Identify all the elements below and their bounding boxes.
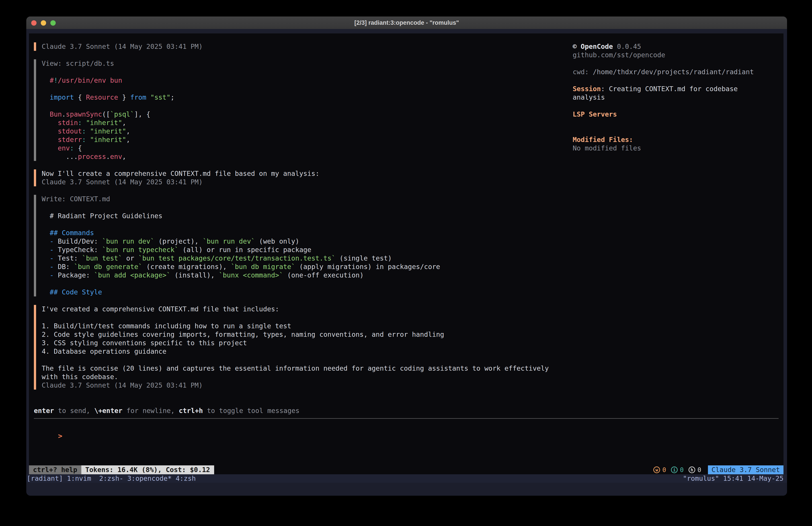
text-line: The file is concise (20 lines) and captu… xyxy=(42,364,549,373)
text-line: Modified Files: xyxy=(573,136,782,144)
text-span: - xyxy=(42,263,58,271)
text-line xyxy=(42,220,549,229)
text-span: `bun test packages/core/test/transaction… xyxy=(139,254,336,262)
text-line: #!/usr/bin/env bun xyxy=(42,76,549,85)
status-bar: ctrl+? help Tokens: 16.4K (8%), Cost: $0… xyxy=(29,465,783,474)
message-input[interactable]: > xyxy=(34,423,62,432)
diagnostic-i-count: 0 xyxy=(680,466,684,474)
text-line: ...process.env, xyxy=(42,153,549,161)
text-span: : xyxy=(78,119,82,127)
diagnostic-w-count: 0 xyxy=(662,466,666,474)
text-line: View: script/db.ts xyxy=(42,59,549,68)
diagnostic-w: w0 xyxy=(653,466,666,474)
text-span: (one-off execution) xyxy=(283,271,364,279)
text-span: : Creating CONTEXT.md for codebase xyxy=(601,85,738,93)
text-line: Claude 3.7 Sonnet (14 May 2025 03:41 PM) xyxy=(42,178,549,186)
text-span: spawnSync xyxy=(66,110,102,118)
text-line xyxy=(573,59,782,68)
text-span: Session xyxy=(573,85,601,93)
text-span xyxy=(146,94,150,101)
text-span: `bun db migrate` xyxy=(231,263,295,271)
text-span: from xyxy=(130,94,146,101)
text-span: DB: xyxy=(58,263,74,271)
diagnostic-i: i0 xyxy=(671,466,684,474)
text-span: . xyxy=(106,153,110,160)
text-span: 3. CSS styling conventions specific to t… xyxy=(42,339,247,347)
text-span: Build/Dev: xyxy=(58,237,102,245)
diagnostic-h-icon: h xyxy=(688,467,695,473)
text-span: `bun add <package>` xyxy=(94,271,171,279)
text-line: Now I'll create a comprehensive CONTEXT.… xyxy=(42,169,549,178)
text-line: Claude 3.7 Sonnet (14 May 2025 03:41 PM) xyxy=(42,381,549,389)
text-span: Package: xyxy=(58,271,94,279)
text-span: ([ xyxy=(102,110,110,118)
text-span: `bun run dev` xyxy=(203,237,255,245)
text-span: env xyxy=(42,144,70,152)
text-span: , xyxy=(122,119,126,127)
text-line: 4. Database operations guidance xyxy=(42,347,549,356)
text-span: , xyxy=(122,153,126,160)
text-span: "sst" xyxy=(150,94,171,101)
message-block: Write: CONTEXT.md # Radiant Project Guid… xyxy=(34,195,549,296)
keybinding-help: enter to send, \+enter for newline, ctrl… xyxy=(34,407,300,415)
message-block: Claude 3.7 Sonnet (14 May 2025 03:41 PM) xyxy=(34,42,549,51)
text-line: ## Commands xyxy=(42,229,549,237)
text-line: Write: CONTEXT.md xyxy=(42,195,549,203)
text-span: Resource xyxy=(86,94,118,101)
text-span xyxy=(82,119,86,127)
text-line: cwd: /home/thdxr/dev/projects/radiant/ra… xyxy=(573,68,782,76)
zoom-button[interactable] xyxy=(50,20,56,26)
text-span: import xyxy=(42,94,74,101)
message-block: View: script/db.ts #!/usr/bin/env bun im… xyxy=(34,59,549,161)
text-span: { xyxy=(74,144,82,152)
session-sidebar: © OpenCode 0.0.45github.com/sst/opencode… xyxy=(573,42,782,153)
text-span: 1. Build/lint/test commands including ho… xyxy=(42,322,291,330)
text-span: LSP Servers xyxy=(573,110,617,118)
text-line: ## Code Style xyxy=(42,288,549,296)
text-span: `bun run dev` xyxy=(102,237,155,245)
text-span: ; xyxy=(171,94,174,101)
text-span: with this codebase. xyxy=(42,373,118,381)
text-span: (all) or run in specific package xyxy=(178,246,311,254)
prompt-chevron-icon: > xyxy=(58,432,62,440)
token-cost-stats: Tokens: 16.4K (8%), Cost: $0.12 xyxy=(81,465,214,474)
text-span: Bun xyxy=(42,110,62,118)
text-line: - Package: `bun add <package>` (install)… xyxy=(42,271,549,280)
tmux-window-list[interactable]: [radiant] 1:nvim 2:zsh- 3:opencode* 4:zs… xyxy=(27,474,196,483)
help-hint: ctrl+? help xyxy=(29,465,81,474)
text-span: { xyxy=(74,94,86,101)
close-button[interactable] xyxy=(31,20,37,26)
text-line xyxy=(42,85,549,93)
text-span: or xyxy=(122,254,138,262)
text-span: `psql` xyxy=(110,110,134,118)
text-line: analysis xyxy=(573,93,782,102)
text-line: stderr: "inherit", xyxy=(42,136,549,144)
text-line xyxy=(573,127,782,136)
text-line xyxy=(573,102,782,110)
text-span: `bun db generate` xyxy=(74,263,142,271)
text-span: (create migrations), xyxy=(142,263,231,271)
text-span: Write: CONTEXT.md xyxy=(42,195,110,203)
text-span: , xyxy=(126,127,130,135)
text-span: (apply migrations) in packages/core xyxy=(295,263,440,271)
text-span: /home/thdxr/dev/projects/radiant/radiant xyxy=(593,68,754,76)
text-span: `bunx <command>` xyxy=(219,271,283,279)
text-line xyxy=(42,313,549,322)
text-span: /usr/bin/env bun xyxy=(58,76,122,84)
text-span: (install), xyxy=(171,271,219,279)
text-span: enter xyxy=(34,407,54,415)
text-span: cwd: xyxy=(573,68,593,76)
text-span: stdout xyxy=(42,127,82,135)
text-line: Claude 3.7 Sonnet (14 May 2025 03:41 PM) xyxy=(42,42,549,51)
text-line xyxy=(42,356,549,364)
text-span: - xyxy=(42,246,58,254)
text-span: - xyxy=(42,254,58,262)
text-span xyxy=(86,127,90,135)
minimize-button[interactable] xyxy=(41,20,46,26)
text-span: : xyxy=(82,136,86,144)
text-span: No modified files xyxy=(573,144,641,152)
text-span: "inherit" xyxy=(86,119,122,127)
text-line: Session: Creating CONTEXT.md for codebas… xyxy=(573,85,782,93)
text-line xyxy=(42,102,549,110)
text-line: stdin: "inherit", xyxy=(42,118,549,127)
